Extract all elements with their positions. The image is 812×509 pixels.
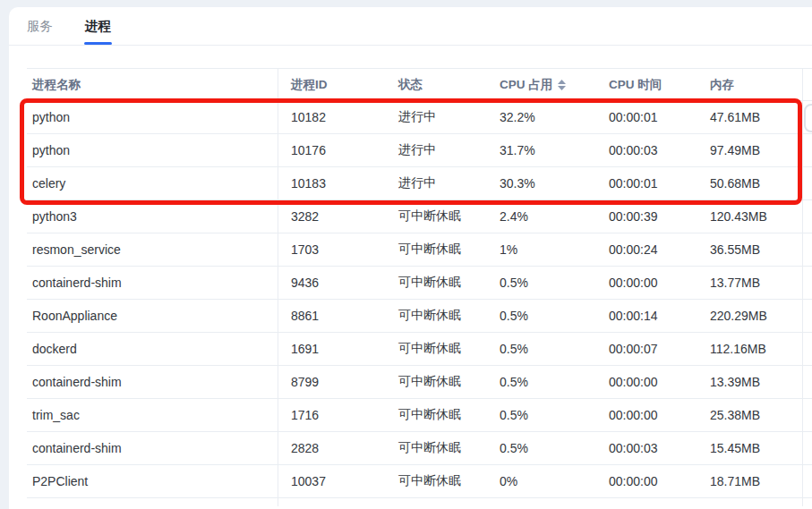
sort-arrows-icon[interactable] xyxy=(558,80,566,90)
panel-card: 服务 进程 进程名称 进程ID 状态 CPU 占用 CPU 时间 内存 pyth… xyxy=(9,7,812,509)
cell-process-name: containerd-shim xyxy=(27,432,278,464)
cell-status: 可中断休眠 xyxy=(386,432,487,464)
cell-cpu-time: 00:00:07 xyxy=(596,333,697,365)
cell-status: 可中断休眠 xyxy=(386,333,487,365)
cell-cpu-time: 00:00:01 xyxy=(596,167,697,199)
header-gutter xyxy=(802,69,812,100)
cell-process-name: RoonAppliance xyxy=(27,300,278,332)
cell-cpu-usage: 0.5% xyxy=(487,300,596,332)
tab-services[interactable]: 服务 xyxy=(27,7,53,45)
table-row[interactable]: containerd-shim 8799 可中断休眠 0.5% 00:00:00… xyxy=(27,366,812,399)
cell-status: 进行中 xyxy=(386,101,487,133)
cell-status: 可中断休眠 xyxy=(386,233,487,266)
row-gutter xyxy=(802,432,812,464)
row-gutter xyxy=(802,333,812,365)
col-header-cpu-time[interactable]: CPU 时间 xyxy=(596,69,697,100)
cell-cpu-usage: 0.5% xyxy=(487,333,596,365)
cell-status: 进行中 xyxy=(386,167,487,199)
col-header-status[interactable]: 状态 xyxy=(386,69,487,100)
scrollbar-thumb[interactable] xyxy=(804,104,812,132)
table-row[interactable]: python 10182 进行中 32.2% 00:00:01 47.61MB xyxy=(27,101,812,134)
cell-memory: 13.39MB xyxy=(697,366,802,398)
row-gutter xyxy=(802,465,812,497)
cell-pid: 10037 xyxy=(278,465,386,497)
col-header-process-name[interactable]: 进程名称 xyxy=(27,69,278,100)
cell-cpu-usage: 1% xyxy=(487,233,596,266)
cell-status: 可中断休眠 xyxy=(386,465,487,497)
table-row[interactable]: containerd-shim 2828 可中断休眠 0.5% 00:00:03… xyxy=(27,432,812,465)
cell-cpu-time: 00:00:00 xyxy=(596,399,697,431)
table-row[interactable]: celery 10183 进行中 30.3% 00:00:01 50.68MB xyxy=(27,167,812,200)
cell-cpu-time: 00:00:00 xyxy=(596,366,697,398)
cell-memory: 36.55MB xyxy=(697,233,802,266)
cell-cpu-usage: 0.5% xyxy=(487,399,596,431)
cell-pid: 1703 xyxy=(278,233,386,266)
table-header-row: 进程名称 进程ID 状态 CPU 占用 CPU 时间 内存 xyxy=(27,68,812,101)
row-gutter xyxy=(802,200,812,233)
cell-cpu-time: 00:00:03 xyxy=(596,134,697,166)
cell-cpu-usage: 0.5% xyxy=(487,366,596,398)
cell-cpu-usage: 2.4% xyxy=(487,200,596,233)
col-header-memory[interactable]: 内存 xyxy=(697,69,802,100)
cell-pid: 2828 xyxy=(278,432,386,464)
col-header-cpu-usage[interactable]: CPU 占用 xyxy=(487,69,596,100)
cell-cpu-usage: 0.5% xyxy=(487,267,596,299)
table-row[interactable]: python3 3282 可中断休眠 2.4% 00:00:39 120.43M… xyxy=(27,200,812,233)
cell-cpu-time: 00:00:00 xyxy=(596,465,697,497)
cell-pid: 9436 xyxy=(278,267,386,299)
cell-status: 进行中 xyxy=(386,134,487,166)
cell-status: 可中断休眠 xyxy=(386,267,487,299)
cell-cpu-usage: 30.3% xyxy=(487,167,596,199)
cell-memory: 25.38MB xyxy=(697,399,802,431)
cell-memory: 97.49MB xyxy=(697,134,802,166)
cell-cpu-time: 00:00:39 xyxy=(596,200,697,233)
cell-process-name: celery xyxy=(27,167,278,199)
cell-process-name: python xyxy=(27,101,278,133)
table-row[interactable]: trim_sac 1716 可中断休眠 0.5% 00:00:00 25.38M… xyxy=(27,399,812,432)
row-gutter xyxy=(802,134,812,166)
cell-memory: 47.61MB xyxy=(697,101,802,133)
cell-pid: 10176 xyxy=(278,134,386,166)
row-gutter xyxy=(802,366,812,398)
col-header-cpu-usage-label: CPU 占用 xyxy=(500,77,552,93)
cell-pid: 3282 xyxy=(278,200,386,233)
cell-memory: 15.45MB xyxy=(697,432,802,464)
cell-process-name: resmon_service xyxy=(27,233,278,266)
cell-status: 可中断休眠 xyxy=(386,300,487,332)
cell-process-name: P2PClient xyxy=(27,465,278,497)
cell-process-name: python3 xyxy=(27,200,278,233)
cell-pid: 10183 xyxy=(278,167,386,199)
cell-memory: 18.71MB xyxy=(697,465,802,497)
cell-memory: 50.68MB xyxy=(697,167,802,199)
table-row[interactable]: P2PClient 10037 可中断休眠 0% 00:00:00 18.71M… xyxy=(27,465,812,498)
cell-cpu-time: 00:00:24 xyxy=(596,233,697,266)
table-row-partial xyxy=(27,498,812,506)
table-row[interactable]: resmon_service 1703 可中断休眠 1% 00:00:24 36… xyxy=(27,233,812,267)
cell-memory: 220.29MB xyxy=(697,300,802,332)
table-row[interactable]: dockerd 1691 可中断休眠 0.5% 00:00:07 112.16M… xyxy=(27,333,812,366)
table-body: python 10182 进行中 32.2% 00:00:01 47.61MB … xyxy=(27,101,812,498)
cell-memory: 112.16MB xyxy=(697,333,802,365)
tab-processes[interactable]: 进程 xyxy=(85,7,111,45)
cell-pid: 8799 xyxy=(278,366,386,398)
cell-cpu-time: 00:00:01 xyxy=(596,101,697,133)
cell-status: 可中断休眠 xyxy=(386,399,487,431)
cell-cpu-time: 00:00:00 xyxy=(596,267,697,299)
cell-cpu-time: 00:00:14 xyxy=(596,300,697,332)
cell-process-name: trim_sac xyxy=(27,399,278,431)
cell-pid: 8861 xyxy=(278,300,386,332)
row-gutter xyxy=(802,399,812,431)
col-header-pid[interactable]: 进程ID xyxy=(278,69,386,100)
cell-status: 可中断休眠 xyxy=(386,200,487,233)
cell-pid: 1716 xyxy=(278,399,386,431)
table-row[interactable]: containerd-shim 9436 可中断休眠 0.5% 00:00:00… xyxy=(27,267,812,300)
table-row[interactable]: RoonAppliance 8861 可中断休眠 0.5% 00:00:14 2… xyxy=(27,300,812,333)
table-row[interactable]: python 10176 进行中 31.7% 00:00:03 97.49MB xyxy=(27,134,812,167)
row-gutter xyxy=(802,300,812,332)
cell-process-name: containerd-shim xyxy=(27,366,278,398)
cell-pid: 10182 xyxy=(278,101,386,133)
cell-process-name: dockerd xyxy=(27,333,278,365)
cell-memory: 120.43MB xyxy=(697,200,802,233)
cell-cpu-usage: 0% xyxy=(487,465,596,497)
row-gutter xyxy=(802,267,812,299)
